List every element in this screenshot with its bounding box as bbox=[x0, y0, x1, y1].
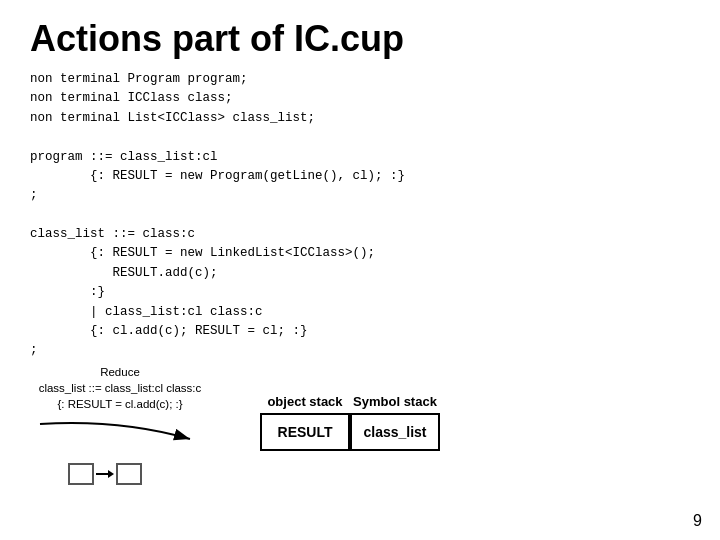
reduce-rule: class_list ::= class_list:cl class:c bbox=[39, 382, 202, 394]
object-stack-cell: RESULT bbox=[260, 413, 350, 451]
code-line-1: non terminal Program program; bbox=[30, 72, 248, 86]
reduce-text: Reduce class_list ::= class_list:cl clas… bbox=[39, 364, 202, 412]
object-stack-header: object stack bbox=[260, 394, 350, 409]
code-line-15: ; bbox=[30, 343, 38, 357]
small-box-1 bbox=[68, 463, 94, 485]
reduce-section: Reduce class_list ::= class_list:cl clas… bbox=[30, 364, 210, 485]
code-line-2: non terminal ICClass class; bbox=[30, 91, 233, 105]
stack-cells: RESULT class_list bbox=[260, 413, 440, 451]
code-line-6: {: RESULT = new Program(getLine(), cl); … bbox=[30, 169, 405, 183]
code-block: non terminal Program program; non termin… bbox=[30, 70, 690, 361]
stack-area: object stack Symbol stack RESULT class_l… bbox=[260, 394, 440, 451]
code-line-3: non terminal List<ICClass> class_list; bbox=[30, 111, 315, 125]
box-arrow-icon bbox=[94, 463, 116, 485]
page-number: 9 bbox=[693, 512, 702, 530]
code-line-7: ; bbox=[30, 188, 38, 202]
code-line-9: class_list ::= class:c bbox=[30, 227, 195, 241]
page-title: Actions part of IC.cup bbox=[30, 18, 690, 60]
small-boxes-area bbox=[68, 463, 142, 485]
code-line-14: {: cl.add(c); RESULT = cl; :} bbox=[30, 324, 308, 338]
code-line-13: | class_list:cl class:c bbox=[30, 305, 263, 319]
code-line-5: program ::= class_list:cl bbox=[30, 150, 218, 164]
small-box-2 bbox=[116, 463, 142, 485]
code-line-10: {: RESULT = new LinkedList<ICClass>(); bbox=[30, 246, 375, 260]
symbol-stack-cell: class_list bbox=[350, 413, 440, 451]
reduce-title: Reduce bbox=[100, 366, 140, 378]
symbol-stack-header: Symbol stack bbox=[350, 394, 440, 409]
stack-headers: object stack Symbol stack bbox=[260, 394, 440, 409]
reduce-action: {: RESULT = cl.add(c); :} bbox=[57, 398, 182, 410]
curved-arrow-icon bbox=[30, 414, 210, 459]
code-line-11: RESULT.add(c); bbox=[30, 266, 218, 280]
svg-marker-2 bbox=[108, 470, 114, 478]
code-line-12: :} bbox=[30, 285, 105, 299]
